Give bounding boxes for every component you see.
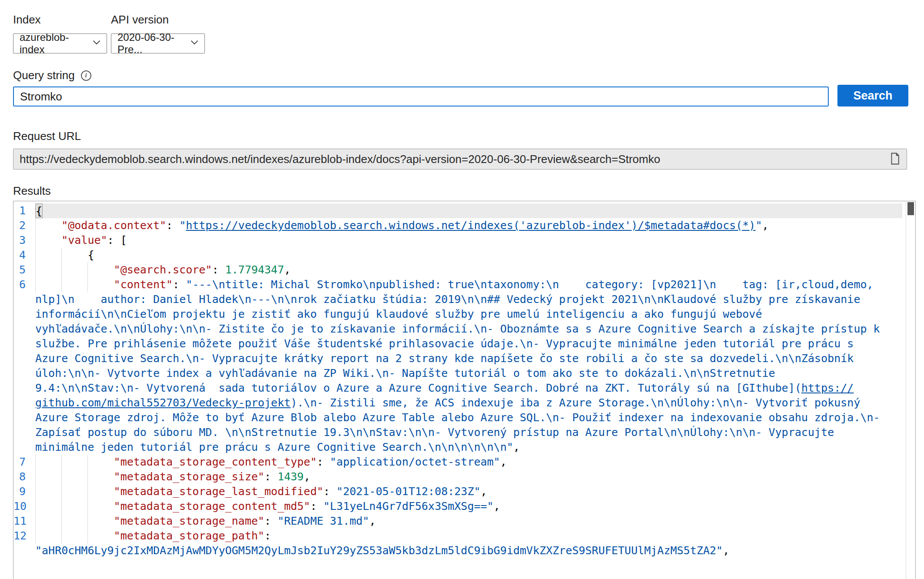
indent-guide: [35, 514, 61, 529]
json-token-p: ,: [723, 543, 729, 558]
line-number: 5: [13, 263, 35, 277]
code-line: "metadata_storage_size": 1439,: [35, 469, 902, 484]
line-number: 10: [13, 499, 35, 514]
json-link[interactable]: https://: [801, 381, 854, 396]
code-line: minimálne jeden tutoriál pre prácu s Azu…: [35, 440, 902, 455]
json-token-str: "aHR0cHM6Ly9jc2IxMDAzMjAwMDYyOGM5M2QyLmJ…: [35, 543, 723, 558]
json-token-p: ,: [304, 469, 310, 484]
code-line: úloh:\n\n- Vytvorte index a vyhľadávanie…: [35, 366, 902, 381]
code-line: "content": "---\ntitle: Michal Stromko\n…: [35, 277, 902, 292]
json-token-str: vyhľadávače.\n\nÚlohy:\n\n- Zistite čo j…: [35, 322, 880, 336]
json-token-str: "README 31.md": [278, 514, 369, 529]
indent-guide: [87, 455, 114, 469]
code-line: Azure Cognitive Search.\n- Vypracujte kr…: [35, 351, 902, 366]
code-line: nlp]\n author: Daniel Hladek\n---\n\nrok…: [35, 292, 902, 307]
code-line: "aHR0cHM6Ly9jc2IxMDAzMjAwMDYyOGM5M2QyLmJ…: [35, 543, 902, 558]
json-token-p: :: [264, 514, 278, 529]
indent-guide: [87, 529, 114, 543]
json-token-p: :: [166, 218, 179, 233]
code-line: "@odata.context": "https://vedeckydemobl…: [35, 218, 902, 233]
indent-guide: [35, 455, 61, 469]
query-input[interactable]: [13, 87, 829, 106]
editor-scrollbar[interactable]: [906, 201, 915, 579]
search-button[interactable]: Search: [837, 85, 908, 106]
index-select[interactable]: azureblob-index: [13, 33, 107, 53]
json-token-p: ,: [369, 514, 376, 529]
editor-row: minimálne jeden tutoriál pre prácu s Azu…: [13, 440, 915, 455]
json-token-key: "metadata_storage_content_md5": [114, 499, 311, 514]
request-url-field: https://vedeckydemoblob.search.windows.n…: [13, 149, 907, 170]
info-icon[interactable]: i: [81, 70, 91, 81]
line-number: 2: [13, 218, 35, 233]
request-url-label: Request URL: [13, 130, 81, 143]
line-number: [13, 336, 35, 351]
editor-row: 2"@odata.context": "https://vedeckydemob…: [13, 218, 915, 233]
json-token-bracket: {: [35, 203, 43, 218]
chevron-down-icon: [190, 37, 199, 50]
json-token-p: :: [264, 469, 278, 484]
api-version-select[interactable]: 2020-06-30-Pre...: [111, 33, 205, 53]
editor-scrollbar-thumb[interactable]: [907, 202, 914, 215]
indent-guide: [87, 277, 114, 292]
json-token-str: "---\ntitle: Michal Stromko\npublished: …: [186, 277, 873, 292]
line-number: 7: [13, 455, 35, 469]
json-token-p: ,: [494, 499, 500, 514]
results-label: Results: [13, 184, 51, 198]
code-line: github.com/michal552703/Vedecky-projekt)…: [35, 396, 902, 410]
indent-guide: [87, 499, 114, 514]
indent-guide: [35, 469, 61, 484]
line-number: [13, 292, 35, 307]
json-token-str: 9.4:\n\nStav:\n- Vytvorená sada tutoriál…: [35, 381, 801, 396]
json-token-key: "metadata_storage_path": [114, 529, 264, 543]
json-token-str: nlp]\n author: Daniel Hladek\n---\n\nrok…: [35, 292, 860, 307]
json-token-str: Azure Storage zdroj. Môže to byť Azure B…: [35, 410, 880, 425]
line-number: [13, 322, 35, 336]
index-label: Index: [13, 13, 41, 27]
copy-icon: [889, 160, 901, 166]
indent-guide: [35, 263, 61, 277]
editor-row: Zapísať postup do súboru MD. \n\nStretnu…: [13, 425, 915, 440]
line-number: [13, 381, 35, 396]
editor-row: vyhľadávače.\n\nÚlohy:\n\n- Zistite čo j…: [13, 322, 915, 336]
code-line: "metadata_storage_path":: [35, 529, 902, 543]
editor-row: 1{: [13, 203, 915, 218]
json-token-p: ,: [513, 440, 520, 455]
editor-row: "aHR0cHM6Ly9jc2IxMDAzMjAwMDYyOGM5M2QyLmJ…: [13, 543, 915, 558]
line-number: 9: [13, 484, 35, 499]
indent-guide: [35, 499, 61, 514]
json-link[interactable]: https://vedeckydemoblob.search.windows.n…: [186, 218, 755, 233]
indent-guide: [61, 277, 87, 292]
indent-guide: [61, 499, 87, 514]
code-line: "@search.score": 1.7794347,: [35, 263, 902, 277]
indent-guide: [61, 484, 87, 499]
copy-button[interactable]: [889, 152, 901, 166]
editor-row: 10"metadata_storage_content_md5": "L31ye…: [13, 499, 915, 514]
json-token-p: ,: [500, 455, 507, 469]
json-token-p: ,: [284, 263, 291, 277]
results-editor[interactable]: 1{2"@odata.context": "https://vedeckydem…: [13, 201, 916, 579]
json-token-key: "@search.score": [114, 263, 212, 277]
query-string-label: Query string: [13, 69, 75, 82]
json-link[interactable]: github.com/michal552703/Vedecky-projekt: [35, 396, 291, 410]
indent-guide: [35, 484, 61, 499]
line-number: [13, 307, 35, 322]
json-token-p: {: [87, 248, 94, 263]
editor-row: 4{: [13, 248, 915, 263]
indent-guide: [35, 529, 61, 543]
json-token-p: :: [317, 455, 330, 469]
code-line: "metadata_storage_content_type": "applic…: [35, 455, 902, 469]
json-token-key: "metadata_storage_size": [114, 469, 264, 484]
json-token-p: ,: [762, 218, 769, 233]
indent-guide: [35, 233, 61, 248]
indent-guide: [87, 469, 114, 484]
code-line: "metadata_storage_last_modified": "2021-…: [35, 484, 902, 499]
json-token-p: : [: [107, 233, 127, 248]
code-line: informácií\n\nCieľom projektu je zistiť …: [35, 307, 902, 322]
code-line: "metadata_storage_content_md5": "L31yeLn…: [35, 499, 902, 514]
line-number: [13, 440, 35, 455]
json-token-key: "@odata.context": [61, 218, 166, 233]
json-token-str: minimálne jeden tutoriál pre prácu s Azu…: [35, 440, 513, 455]
line-number: [13, 543, 35, 558]
json-token-key: "metadata_storage_name": [114, 514, 264, 529]
json-token-p: :: [323, 484, 336, 499]
